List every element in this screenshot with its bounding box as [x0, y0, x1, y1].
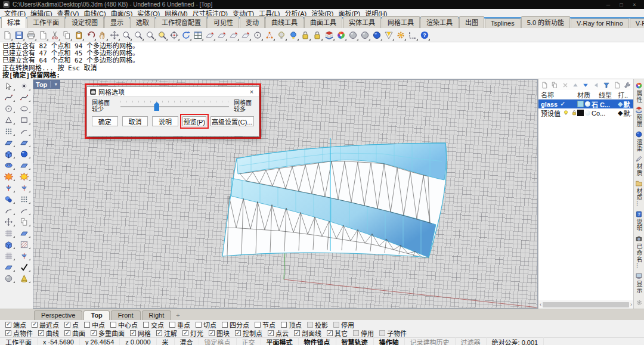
status-segment-10[interactable]: 物件锁点 [299, 337, 336, 345]
single-point-button[interactable] [17, 80, 32, 92]
paste-button[interactable] [73, 29, 85, 41]
side-tab-7[interactable]: 已命名… [635, 234, 643, 270]
layer-material[interactable]: 石 C... [592, 100, 610, 109]
scroll-right-icon[interactable]: › [630, 302, 632, 307]
side-tab-4[interactable]: 材质 [635, 154, 643, 177]
cplane-named-button[interactable] [228, 29, 240, 41]
status-segment-15[interactable]: 绝对公差: 0.001 [487, 337, 544, 345]
filter-停用[interactable]: 停用 [353, 328, 374, 338]
command-history[interactable]: 已建立含有 82 个点和 94 个多边形的网格。已建立含有 47 个点和 45 … [0, 42, 644, 79]
patch-surface-button[interactable] [17, 160, 32, 171]
layer-filter-button[interactable] [602, 80, 611, 89]
extend-curve-button[interactable] [17, 205, 32, 216]
toolbar-tab-6[interactable]: 工作视窗配置 [156, 16, 207, 28]
side-tab-6[interactable]: ?说明 [635, 210, 643, 232]
status-segment-11[interactable]: 智慧轨迹 [336, 337, 374, 345]
new-file-button[interactable] [1, 29, 13, 41]
viewport-label[interactable]: Top ▼ [33, 80, 60, 89]
copy-object-button[interactable] [17, 216, 32, 228]
toolbar-tab-10[interactable]: 曲面工具 [304, 16, 342, 28]
checkbox-icon[interactable] [333, 322, 339, 328]
viewport-tab-perspective[interactable]: Perspective [34, 310, 82, 320]
slider-handle[interactable] [154, 102, 159, 111]
viewport-layout-button[interactable] [192, 29, 204, 41]
minimize-button[interactable]: ─ [602, 2, 615, 8]
close-icon[interactable]: × [247, 88, 256, 95]
offset-surface-button[interactable] [1, 262, 16, 273]
status-segment-6[interactable]: 混合 [175, 337, 199, 345]
status-segment-8[interactable]: 正交 [237, 337, 261, 345]
control-point-curve-button[interactable] [1, 92, 16, 103]
checkbox-icon[interactable]: ✓ [327, 330, 333, 336]
filter-图块[interactable]: ✓图块 [209, 328, 230, 338]
close-button[interactable]: × [628, 2, 641, 8]
layer-lock-icon[interactable] [571, 110, 577, 117]
chevron-down-icon[interactable]: ▼ [54, 82, 58, 86]
rectangle-button[interactable] [17, 114, 32, 126]
vray-options-button[interactable] [383, 29, 395, 41]
boolean-union-button[interactable] [1, 194, 16, 205]
delete-layer-button[interactable] [561, 80, 569, 89]
zoom-window-button[interactable] [132, 29, 144, 41]
dialog-title-bar[interactable]: 网格选项 × [87, 87, 259, 97]
help-button[interactable]: ? [419, 29, 431, 41]
box-button[interactable] [1, 148, 16, 160]
column-linetype[interactable]: 线型 [599, 90, 618, 100]
scroll-left-icon[interactable]: ‹ [540, 302, 541, 307]
filter-注解[interactable]: ✓注解 [156, 328, 177, 338]
new-layer-button[interactable] [540, 80, 549, 89]
toolbar-tab-7[interactable]: 可见性 [208, 16, 239, 28]
status-segment-1[interactable]: 工作平面 [0, 337, 38, 345]
toolbar-tab-15[interactable]: Tsplines [485, 18, 521, 28]
checkbox-icon[interactable] [222, 322, 228, 328]
filter-灯光[interactable]: ✓灯光 [182, 328, 203, 338]
layer-sheet-button[interactable] [612, 80, 621, 89]
status-segment-5[interactable]: 米 [157, 337, 175, 345]
layer-row-预设值[interactable]: 预设值Co...◆默. [538, 108, 633, 117]
checkbox-icon[interactable]: ✓ [64, 322, 70, 328]
filter-网格[interactable]: ✓网格 [130, 328, 151, 338]
rotate-camera-button[interactable] [180, 29, 192, 41]
sphere-button[interactable] [17, 148, 32, 160]
filter-曲面[interactable]: ✓曲面 [64, 328, 85, 338]
checkbox-icon[interactable] [379, 330, 385, 336]
polygon-button[interactable] [1, 114, 16, 126]
checkbox-icon[interactable]: ✓ [38, 330, 44, 336]
circle-button[interactable] [1, 103, 16, 114]
lights-gray-button[interactable] [275, 29, 287, 41]
mesh-tools-button[interactable] [1, 273, 16, 284]
checkbox-icon[interactable] [307, 322, 313, 328]
toolbar-tab-14[interactable]: 出图 [459, 16, 484, 28]
filter-剖面线[interactable]: ✓剖面线 [294, 328, 321, 338]
viewport-tab-top[interactable]: Top [83, 310, 109, 320]
zoom-extents-button[interactable] [144, 29, 156, 41]
chamfer-edge-button[interactable] [17, 182, 32, 194]
add-viewport-tab-button[interactable]: + [172, 311, 183, 320]
print-width-icon[interactable]: ◆ [618, 109, 623, 117]
dialog-button-1[interactable]: 确定 [92, 116, 118, 126]
cplane-world-button[interactable] [216, 29, 228, 41]
toolbar-tab-3[interactable]: 设定视图 [66, 16, 104, 28]
hatch-button[interactable] [17, 239, 32, 250]
toolbar-tab-17[interactable]: V-Ray for Rhino [571, 18, 629, 28]
cone-button[interactable] [17, 273, 32, 284]
print-width-icon[interactable]: ◆ [618, 100, 623, 108]
group-button[interactable] [1, 228, 16, 239]
array-linear-button[interactable] [17, 250, 32, 262]
shaded-display-button[interactable] [347, 29, 359, 41]
checkbox-icon[interactable]: ✓ [91, 330, 97, 336]
checkbox-icon[interactable]: ✓ [64, 330, 70, 336]
layer-tools-button[interactable] [623, 80, 632, 89]
toolbar-tab-11[interactable]: 实体工具 [343, 16, 381, 28]
viewport-tab-right[interactable]: Right [142, 310, 172, 320]
rendered-display-button[interactable] [371, 29, 383, 41]
filter-控制点[interactable]: ✓控制点 [235, 328, 262, 338]
filter-多重曲面[interactable]: ✓多重曲面 [91, 328, 125, 338]
checkbox-icon[interactable] [110, 322, 116, 328]
rotate-view-button[interactable] [109, 29, 120, 41]
open-file-button[interactable] [37, 29, 49, 41]
toolbar-tab-12[interactable]: 网格工具 [382, 16, 420, 28]
status-segment-7[interactable]: 锁定格点 [199, 337, 237, 345]
checkbox-icon[interactable] [353, 330, 359, 336]
filter-点物件[interactable]: ✓点物件 [5, 328, 33, 338]
